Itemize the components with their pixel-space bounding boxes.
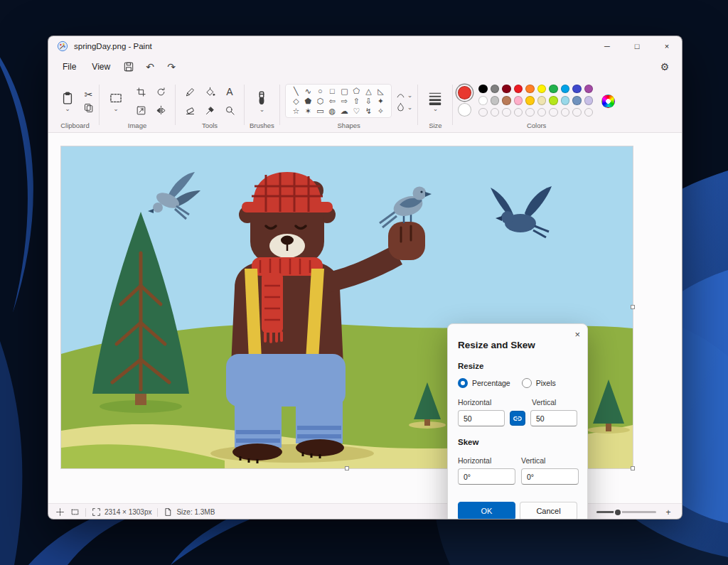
shape-icon[interactable]: △	[363, 86, 375, 96]
magnifier-button[interactable]	[220, 102, 239, 119]
resize-button[interactable]	[132, 102, 150, 119]
cut-button[interactable]: ✂	[83, 89, 94, 100]
shape-icon[interactable]: ✶	[302, 106, 314, 116]
settings-button[interactable]: ⚙	[655, 58, 675, 75]
edit-colors-button[interactable]	[601, 95, 615, 108]
color-swatch[interactable]	[514, 96, 523, 105]
shape-icon[interactable]: ♡	[350, 106, 363, 116]
shape-icon[interactable]: ▭	[314, 106, 326, 116]
radio-pixels[interactable]: Pixels	[522, 378, 556, 388]
shape-icon[interactable]: ⇦	[326, 96, 338, 106]
zoom-slider-thumb[interactable]	[614, 508, 622, 517]
shape-icon[interactable]: ⬡	[314, 96, 326, 106]
shape-icon[interactable]: ○	[314, 86, 326, 96]
empty-color-slot[interactable]	[514, 108, 523, 117]
text-button[interactable]: A	[220, 83, 239, 100]
paste-button[interactable]: ⌄	[56, 89, 79, 114]
color-swatch[interactable]	[537, 96, 547, 105]
color-swatch[interactable]	[502, 96, 511, 105]
color-swatch[interactable]	[491, 85, 500, 94]
canvas-resize-handle-corner[interactable]	[631, 466, 635, 470]
fill-button[interactable]	[200, 83, 219, 100]
color-swatch[interactable]	[537, 85, 547, 94]
color-swatch[interactable]	[549, 85, 558, 94]
shape-icon[interactable]: ✧	[375, 106, 387, 116]
shape-icon[interactable]: ⬠	[350, 86, 363, 96]
shape-icon[interactable]: □	[326, 86, 338, 96]
empty-color-slot[interactable]	[549, 108, 558, 117]
color-swatch[interactable]	[478, 96, 488, 105]
maximize-button[interactable]: □	[622, 36, 652, 56]
save-button[interactable]	[119, 58, 139, 75]
dialog-close-button[interactable]: ×	[574, 329, 580, 340]
skew-vertical-input[interactable]	[521, 468, 579, 485]
empty-color-slot[interactable]	[491, 108, 500, 117]
canvas-resize-handle-right[interactable]	[631, 305, 635, 309]
shape-icon[interactable]: ↯	[363, 106, 375, 116]
color-swatch[interactable]	[514, 85, 523, 94]
empty-color-slot[interactable]	[561, 108, 570, 117]
color-picker-button[interactable]	[200, 102, 219, 119]
shape-icon[interactable]: ◍	[326, 106, 338, 116]
primary-color-swatch[interactable]	[458, 86, 471, 99]
brushes-button[interactable]: ⌄	[250, 88, 274, 114]
crop-button[interactable]	[132, 83, 150, 100]
size-button[interactable]: ⌄	[423, 89, 447, 114]
copy-button[interactable]	[83, 102, 94, 113]
minimize-button[interactable]: ─	[592, 36, 622, 56]
empty-color-slot[interactable]	[537, 108, 547, 117]
redo-button[interactable]: ↷	[161, 58, 181, 75]
flip-button[interactable]	[151, 102, 170, 119]
skew-horizontal-input[interactable]	[458, 468, 515, 485]
color-swatch[interactable]	[572, 85, 582, 94]
empty-color-slot[interactable]	[584, 108, 594, 117]
canvas-resize-handle-bottom[interactable]	[345, 466, 349, 470]
color-swatch[interactable]	[525, 85, 535, 94]
color-swatch[interactable]	[584, 96, 594, 105]
shape-icon[interactable]: ☆	[290, 106, 302, 116]
shape-icon[interactable]: ☁	[338, 106, 350, 116]
shape-icon[interactable]: ╲	[290, 86, 302, 96]
resize-vertical-input[interactable]	[530, 410, 577, 426]
close-button[interactable]: ×	[652, 36, 682, 56]
shape-icon[interactable]: ⇨	[338, 96, 350, 106]
maintain-aspect-ratio-button[interactable]	[510, 411, 525, 426]
color-swatch[interactable]	[584, 85, 594, 94]
undo-button[interactable]: ↶	[140, 58, 160, 75]
menu-view[interactable]: View	[85, 59, 117, 75]
titlebar[interactable]: springDay.png - Paint ─ □ ×	[48, 36, 682, 56]
rotate-button[interactable]	[151, 83, 170, 100]
color-swatch[interactable]	[478, 85, 488, 94]
shape-icon[interactable]: ⬟	[302, 96, 314, 106]
color-swatch[interactable]	[525, 96, 535, 105]
shape-icon[interactable]: ∿	[302, 86, 314, 96]
shape-icon[interactable]: ⇧	[350, 96, 363, 106]
menu-file[interactable]: File	[55, 59, 83, 75]
radio-percentage[interactable]: Percentage	[458, 378, 510, 388]
color-swatch[interactable]	[561, 85, 570, 94]
color-swatch[interactable]	[561, 96, 570, 105]
select-button[interactable]: ⌄	[105, 89, 127, 114]
cancel-button[interactable]: Cancel	[520, 502, 577, 520]
shape-icon[interactable]: ⇩	[363, 96, 375, 106]
color-swatch[interactable]	[491, 96, 500, 105]
zoom-in-button[interactable]: +	[662, 507, 675, 517]
empty-color-slot[interactable]	[525, 108, 535, 117]
shape-outline-button[interactable]: ⌄	[396, 90, 413, 99]
shape-icon[interactable]: ✦	[375, 96, 387, 106]
resize-horizontal-input[interactable]	[458, 410, 505, 426]
eraser-button[interactable]	[181, 102, 199, 119]
shape-icon[interactable]: ▢	[338, 86, 350, 96]
secondary-color-swatch[interactable]	[458, 103, 471, 117]
color-swatch[interactable]	[549, 96, 558, 105]
empty-color-slot[interactable]	[478, 108, 488, 117]
shape-icon[interactable]: ◇	[290, 96, 302, 106]
shape-fill-button[interactable]: ⌄	[396, 102, 413, 112]
color-swatch[interactable]	[502, 85, 511, 94]
empty-color-slot[interactable]	[502, 108, 511, 117]
shape-icon[interactable]: ◺	[375, 86, 387, 96]
pencil-button[interactable]	[181, 83, 199, 100]
ok-button[interactable]: OK	[458, 502, 515, 520]
zoom-slider[interactable]	[596, 511, 656, 513]
empty-color-slot[interactable]	[572, 108, 582, 117]
